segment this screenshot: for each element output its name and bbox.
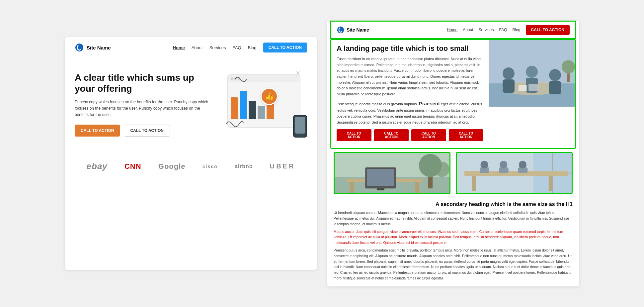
right-nav: Site Name Home About Services FAQ Blog C…	[331, 22, 575, 38]
svg-rect-24	[367, 169, 394, 186]
hero-image	[489, 40, 575, 107]
svg-rect-25	[377, 188, 384, 190]
right-nav-faq[interactable]: FAQ	[499, 28, 507, 32]
cta-button-row: CALL TO ACTION CALL TO ACTION CALL TO AC…	[337, 129, 483, 141]
secondary-heading: A secondary heading which is the same si…	[334, 201, 573, 207]
svg-point-9	[549, 69, 561, 81]
bar-2	[240, 91, 247, 119]
svg-rect-14	[567, 73, 570, 82]
hero-illustration: ✳ 👍 ✳	[221, 68, 307, 141]
nav-link-services[interactable]: Services	[209, 45, 226, 50]
browser-dot-1	[231, 77, 233, 80]
cta-btn-4[interactable]: CALL TO ACTION	[449, 129, 484, 141]
body-text-1: Fusce tincidunt in ex vitae vulputate. I…	[337, 56, 483, 97]
hero-buttons: CALL TO ACTION CALL TO ACTION	[75, 125, 214, 137]
image-right	[457, 153, 572, 193]
nav-link-faq[interactable]: FAQ	[233, 45, 241, 50]
right-nav-blog[interactable]: Blog	[513, 28, 521, 32]
left-panel: Site Name Home About Services FAQ Blog C…	[65, 37, 317, 270]
right-nav-cta-button[interactable]: CALL TO ACTION	[526, 25, 570, 35]
right-logo-icon	[337, 26, 345, 34]
body-text-3: Ut hendrerit aliquam cursus. Maecenas a …	[327, 210, 579, 227]
logo-cnn: CNN	[124, 162, 141, 171]
thumbup-icon: 👍	[261, 88, 278, 105]
nav-link-blog[interactable]: Blog	[248, 45, 257, 50]
bar-1	[231, 97, 238, 119]
right-two-col	[327, 149, 579, 197]
image-left-svg	[335, 153, 449, 193]
nav-cta-button[interactable]: CALL TO ACTION	[263, 43, 307, 52]
logo-icon	[75, 43, 84, 52]
bar-3	[249, 101, 256, 119]
left-nav: Site Name Home About Services FAQ Blog C…	[65, 37, 317, 58]
right-nav-services[interactable]: Services	[478, 28, 494, 32]
image-left	[335, 153, 449, 193]
squiggle-decoration-2	[234, 74, 247, 84]
hero-text: A clear title which sums up your offerin…	[75, 72, 214, 137]
svg-rect-10	[549, 81, 561, 94]
svg-rect-22	[415, 182, 419, 193]
phone-screen	[295, 117, 305, 134]
hero-secondary-button[interactable]: CALL TO ACTION	[124, 125, 170, 137]
svg-rect-6	[503, 79, 515, 93]
bar-4	[258, 106, 265, 119]
hero-copy: Punchy copy which focuses on the benefit…	[75, 99, 214, 118]
img-box-left	[334, 152, 450, 194]
logo-airbnb: airbnb	[235, 163, 253, 169]
right-nav-home[interactable]: Home	[447, 28, 457, 32]
logo-bar: ebay CNN Google cisco airbnb UBER	[65, 151, 317, 181]
logo-cisco: cisco	[202, 164, 218, 169]
svg-rect-12	[528, 84, 538, 91]
logo-ebay: ebay	[87, 161, 108, 171]
svg-point-39	[519, 161, 526, 168]
nav-link-home[interactable]: Home	[173, 45, 185, 50]
svg-rect-32	[472, 176, 476, 191]
right-panel: Site Name Home About Services FAQ Blog C…	[327, 21, 579, 286]
body-text-4: Praesent purus arcu, condimentum eget mo…	[327, 248, 579, 286]
office-svg	[489, 40, 575, 107]
logo-uber: UBER	[270, 162, 295, 170]
right-brand-name: Site Name	[347, 27, 369, 33]
body-text-red: Mauris auctor diam quis elit congue, vit…	[327, 229, 579, 246]
nav-link-about[interactable]: About	[192, 45, 203, 50]
svg-rect-33	[549, 176, 553, 191]
right-nav-highlight-box: Site Name Home About Services FAQ Blog C…	[330, 21, 576, 39]
img-box-right	[456, 152, 573, 194]
right-image-text: A landing page title which is too small …	[331, 40, 575, 148]
right-brand: Site Name	[337, 26, 369, 34]
right-image-col	[489, 40, 575, 148]
svg-rect-11	[519, 85, 527, 91]
svg-point-13	[562, 60, 575, 73]
squiggle-decoration	[224, 118, 244, 131]
svg-point-37	[481, 161, 488, 168]
logo-google: Google	[158, 162, 186, 171]
svg-point-7	[526, 66, 538, 78]
right-text-col: A landing page title which is too small …	[331, 40, 489, 148]
right-top-highlight: A landing page title which is too small …	[330, 39, 576, 149]
left-hero: A clear title which sums up your offerin…	[65, 58, 317, 148]
left-nav-links: Home About Services FAQ Blog CALL TO ACT…	[173, 43, 307, 52]
brand-name: Site Name	[87, 45, 111, 51]
svg-point-5	[503, 67, 515, 79]
phone-mockup	[293, 115, 307, 138]
cta-btn-1[interactable]: CALL TO ACTION	[337, 129, 371, 141]
right-nav-about[interactable]: About	[463, 28, 473, 32]
svg-rect-21	[350, 182, 354, 193]
hero-title: A clear title which sums up your offerin…	[75, 72, 214, 94]
svg-rect-18	[428, 177, 433, 189]
body-text-2-content: Pellentesque lobortis massa quis gravida…	[337, 102, 482, 124]
cta-btn-3[interactable]: CALL TO ACTION	[411, 129, 446, 141]
svg-point-19	[434, 162, 449, 177]
svg-point-38	[500, 161, 507, 168]
image-right-svg	[457, 153, 572, 193]
left-brand: Site Name	[75, 43, 111, 52]
body-text-2: Pellentesque lobortis massa quis gravida…	[337, 100, 483, 125]
landing-title: A landing page title which is too small	[337, 44, 483, 53]
hero-primary-button[interactable]: CALL TO ACTION	[75, 125, 120, 137]
cta-btn-2[interactable]: CALL TO ACTION	[374, 129, 409, 141]
